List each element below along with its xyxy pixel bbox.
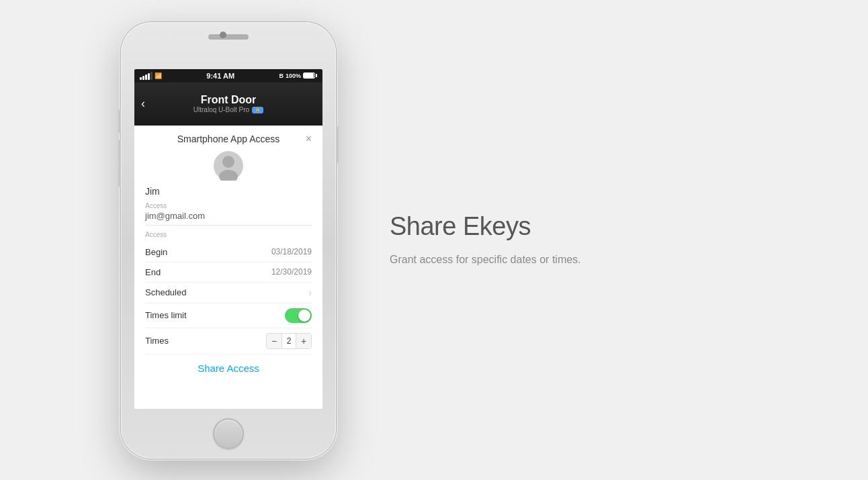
access-email-value: jim@gmail.com (145, 211, 312, 226)
app-header-subtitle: Ultraloq U-Bolt Pro 🔒 (193, 106, 263, 113)
access-label-2: Access (145, 231, 312, 238)
wifi-icon: 📶 (155, 73, 162, 79)
svg-point-1 (219, 170, 238, 181)
avatar-circle (214, 151, 243, 181)
phone-home-button[interactable] (213, 418, 244, 449)
begin-label: Begin (145, 247, 167, 257)
phone-speaker (208, 34, 249, 40)
modal-content: Smartphone App Access × Jim (134, 126, 322, 387)
app-header: ‹ Front Door Ultraloq U-Bolt Pro 🔒 (134, 83, 322, 126)
user-name: Jim (145, 186, 312, 197)
status-bar: 📶 9:41 AM B 100% (134, 69, 322, 83)
share-button-wrap: Share Access (145, 354, 312, 377)
times-label: Times (145, 336, 169, 346)
share-access-button[interactable]: Share Access (198, 363, 259, 374)
phone-screen: 📶 9:41 AM B 100% ‹ Front Door (134, 69, 322, 409)
access-label-1: Access (145, 202, 312, 209)
battery-percent: 100% (286, 73, 301, 79)
modal-title: Smartphone App Access (177, 134, 280, 144)
begin-row: Begin 03/18/2019 (145, 242, 312, 262)
times-limit-label: Times limit (145, 310, 187, 320)
bluetooth-icon: B (279, 73, 284, 79)
close-icon[interactable]: × (306, 134, 312, 144)
times-row: Times − 2 + (145, 328, 312, 354)
stepper-increment[interactable]: + (296, 334, 311, 348)
right-panel-description: Grant access for specific dates or times… (390, 252, 868, 268)
right-panel: Share Ekeys Grant access for specific da… (390, 212, 868, 268)
times-stepper[interactable]: − 2 + (266, 333, 312, 349)
signal-icon (140, 72, 153, 80)
battery-icon (303, 73, 317, 79)
avatar-person-icon (214, 151, 243, 181)
chevron-right-icon: › (308, 287, 312, 298)
end-row: End 12/30/2019 (145, 262, 312, 283)
end-value: 12/30/2019 (271, 267, 312, 277)
status-left: 📶 (140, 72, 162, 80)
scheduled-row[interactable]: Scheduled › (145, 283, 312, 303)
status-right: B 100% (279, 73, 317, 79)
times-limit-toggle[interactable] (285, 308, 312, 323)
phone-mockup: 📶 9:41 AM B 100% ‹ Front Door (121, 22, 336, 459)
avatar (145, 151, 312, 181)
modal-header: Smartphone App Access × (145, 134, 312, 144)
access-email-group: Access jim@gmail.com (145, 202, 312, 226)
right-panel-title: Share Ekeys (390, 212, 868, 241)
times-limit-row[interactable]: Times limit (145, 303, 312, 328)
app-header-title: Front Door (201, 94, 257, 106)
lock-badge: 🔒 (252, 107, 263, 113)
back-button[interactable]: ‹ (141, 97, 145, 111)
begin-value: 03/18/2019 (271, 247, 312, 256)
status-time: 9:41 AM (206, 72, 234, 80)
scheduled-label: Scheduled (145, 287, 186, 297)
svg-point-0 (222, 156, 234, 168)
phone-body: 📶 9:41 AM B 100% ‹ Front Door (121, 22, 336, 459)
end-label: End (145, 267, 161, 277)
stepper-value: 2 (281, 334, 296, 348)
phone-camera (220, 32, 226, 38)
toggle-knob (298, 309, 310, 322)
stepper-decrement[interactable]: − (267, 334, 281, 348)
